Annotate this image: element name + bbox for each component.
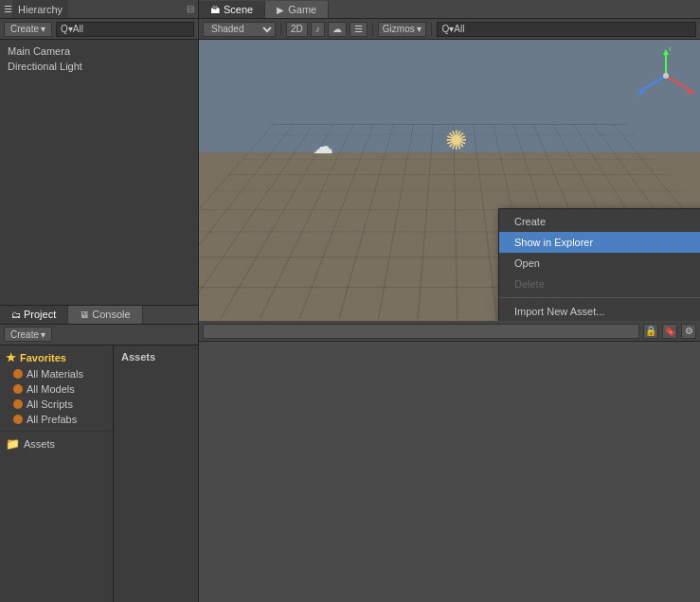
sidebar-item-all-materials[interactable]: All Materials — [0, 366, 113, 381]
project-tabs: 🗂 Project 🖥 Console — [0, 306, 198, 325]
svg-line-2 — [666, 76, 690, 90]
tab-game[interactable]: ▶ Game — [265, 1, 329, 18]
project-toolbar: Create ▾ — [0, 325, 198, 345]
scene-viewport: ✺ ☁ Y X — [199, 40, 700, 321]
materials-icon — [13, 369, 23, 379]
hierarchy-create-button[interactable]: Create ▾ — [4, 22, 52, 37]
sep1 — [280, 23, 281, 36]
hierarchy-toolbar: Create ▾ — [0, 19, 198, 40]
hierarchy-item-directional-light[interactable]: Directional Light — [0, 59, 198, 74]
tab-project[interactable]: 🗂 Project — [0, 306, 68, 324]
sidebar-item-all-scripts[interactable]: All Scripts — [0, 397, 113, 412]
lock-icon-btn[interactable]: 🔒 — [643, 324, 658, 339]
hierarchy-title: Hierarchy — [18, 4, 63, 15]
project-bottom-search[interactable] — [203, 324, 639, 339]
dropdown-arrow-icon: ▾ — [41, 24, 45, 34]
2d-button[interactable]: 2D — [286, 22, 308, 37]
audio-button[interactable]: ♪ — [311, 22, 325, 37]
project-sidebar: ★ Favorites All Materials All Models All… — [0, 345, 114, 603]
context-menu: Create ▶ Show in Explorer Open Delete Im… — [498, 208, 700, 321]
right-bottom-panel: 🔒 🔖 ⚙ — [199, 321, 700, 602]
ctx-import-new-asset[interactable]: Import New Asset... — [499, 301, 700, 321]
settings-icon-btn[interactable]: ⚙ — [681, 324, 696, 339]
hierarchy-tab[interactable]: Hierarchy — [12, 0, 68, 18]
ctx-sep1 — [499, 297, 700, 298]
hierarchy-header: ☰ Hierarchy ⊟ — [0, 0, 198, 19]
svg-text:X: X — [691, 89, 694, 96]
folder-icon: 📁 — [6, 437, 20, 451]
layers-button[interactable]: ☰ — [350, 22, 368, 37]
scripts-icon — [13, 399, 23, 409]
project-assets: Assets — [114, 345, 198, 603]
models-icon — [13, 384, 23, 394]
sep3 — [431, 23, 432, 36]
gizmo-cube[interactable]: Y X Z — [637, 47, 694, 106]
ctx-create[interactable]: Create ▶ — [499, 211, 700, 232]
hierarchy-collapse-btn[interactable]: ⊟ — [187, 4, 194, 14]
sep2 — [372, 23, 373, 36]
shading-dropdown[interactable]: Shaded Wireframe — [203, 22, 276, 37]
sidebar-item-all-models[interactable]: All Models — [0, 381, 113, 397]
hierarchy-search-input[interactable] — [56, 22, 194, 37]
favorites-section: ★ Favorites — [0, 349, 113, 366]
scene-search-input[interactable] — [437, 22, 696, 37]
ctx-delete: Delete — [499, 274, 700, 294]
create-dropdown-icon: ▾ — [41, 329, 45, 340]
ctx-open[interactable]: Open — [499, 253, 700, 274]
cloud-icon: ☁ — [313, 134, 333, 159]
prefabs-icon — [13, 415, 23, 424]
ctx-show-in-explorer[interactable]: Show in Explorer — [499, 232, 700, 253]
bookmark-icon-btn[interactable]: 🔖 — [662, 324, 677, 339]
tab-console[interactable]: 🖥 Console — [68, 306, 142, 324]
game-icon: ▶ — [277, 5, 284, 15]
right-bottom-toolbar: 🔒 🔖 ⚙ — [199, 321, 700, 342]
sidebar-item-all-prefabs[interactable]: All Prefabs — [0, 412, 113, 427]
sun-icon: ✺ — [445, 125, 467, 156]
scene-toolbar: Shaded Wireframe 2D ♪ ☁ ☰ Gizmos ▾ — [199, 19, 700, 40]
scene-tabs: 🏔 Scene ▶ Game — [199, 0, 700, 19]
hierarchy-list: Main Camera Directional Light — [0, 40, 198, 305]
assets-header: Assets — [117, 349, 194, 364]
svg-text:Z: Z — [638, 89, 643, 96]
assets-folder-item[interactable]: 📁 Assets — [0, 435, 113, 452]
hierarchy-item-main-camera[interactable]: Main Camera — [0, 44, 198, 59]
hierarchy-panel: ☰ Hierarchy ⊟ Create ▾ Main Camera Direc… — [0, 0, 199, 602]
svg-text:Y: Y — [668, 47, 673, 52]
effects-button[interactable]: ☁ — [328, 22, 347, 37]
svg-line-4 — [642, 76, 666, 90]
gizmos-dropdown-icon: ▾ — [417, 24, 422, 34]
scene-icon: 🏔 — [210, 5, 220, 15]
project-create-button[interactable]: Create ▾ — [4, 327, 52, 342]
tab-scene[interactable]: 🏔 Scene — [199, 1, 265, 18]
right-area: 🏔 Scene ▶ Game Shaded Wireframe 2D ♪ ☁ ☰… — [199, 0, 700, 602]
svg-point-6 — [663, 73, 669, 79]
project-content: ★ Favorites All Materials All Models All… — [0, 345, 198, 603]
gizmos-button[interactable]: Gizmos ▾ — [378, 22, 427, 37]
